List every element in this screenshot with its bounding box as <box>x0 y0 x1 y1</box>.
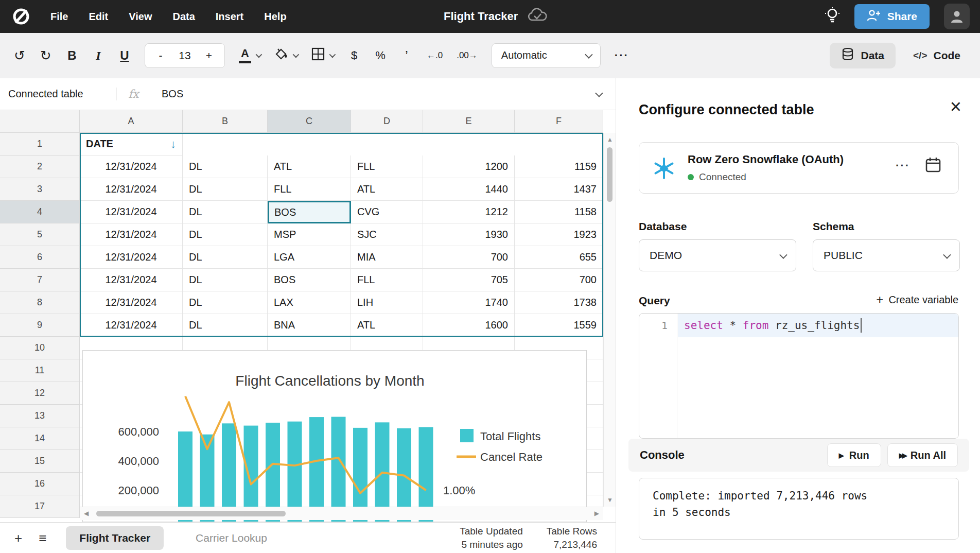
create-variable-button[interactable]: + Create variable <box>876 292 958 307</box>
row-header-9[interactable]: 9 <box>0 314 80 337</box>
sort-descending-icon[interactable]: ↓ <box>170 137 176 151</box>
row-header-6[interactable]: 6 <box>0 246 80 269</box>
menu-help[interactable]: Help <box>264 11 286 23</box>
font-size-value[interactable]: 13 <box>179 49 190 62</box>
cell-E5[interactable]: 1930 <box>423 223 515 246</box>
data-view-button[interactable]: Data <box>830 43 896 68</box>
vertical-scrollbar-thumb[interactable] <box>607 147 612 202</box>
sheet-list-button[interactable]: ≡ <box>39 531 46 545</box>
cell-A9[interactable]: 12/31/2024 <box>80 314 183 337</box>
cell-F4[interactable]: 1158 <box>515 201 603 223</box>
increase-decimal-button[interactable]: .00→ <box>457 51 478 60</box>
cell-C9[interactable]: BNA <box>268 314 351 337</box>
menu-data[interactable]: Data <box>172 11 195 23</box>
schema-dropdown[interactable]: PUBLIC <box>813 239 960 271</box>
cell-F2[interactable]: 1159 <box>515 155 603 178</box>
cell-C6[interactable]: LGA <box>268 246 351 269</box>
text-color-chevron-icon[interactable] <box>256 51 262 58</box>
menu-view[interactable]: View <box>129 11 152 23</box>
cell-B5[interactable]: DL <box>183 223 268 246</box>
cell-D3[interactable]: ATL <box>351 178 423 201</box>
cell-E4[interactable]: 1212 <box>423 201 515 223</box>
sheet-tab-flight-tracker[interactable]: Flight Tracker <box>66 526 164 550</box>
row-header-13[interactable]: 13 <box>0 405 80 427</box>
cell-A2[interactable]: 12/31/2024 <box>80 155 183 178</box>
row-header-7[interactable]: 7 <box>0 269 80 291</box>
cell-F8[interactable]: 1738 <box>515 291 603 314</box>
cell-F7[interactable]: 700 <box>515 269 603 291</box>
font-size-decrease-button[interactable]: - <box>154 50 167 61</box>
scroll-down-icon[interactable]: ▼ <box>604 496 616 504</box>
column-header-f[interactable]: F <box>515 110 603 133</box>
row-header-14[interactable]: 14 <box>0 427 80 450</box>
thousands-separator-button[interactable]: ’ <box>400 49 413 62</box>
row-header-12[interactable]: 12 <box>0 382 80 405</box>
menu-insert[interactable]: Insert <box>216 11 243 23</box>
scroll-up-icon[interactable]: ▲ <box>604 136 616 143</box>
number-format-dropdown[interactable]: Automatic <box>492 43 601 68</box>
undo-button[interactable]: ↺ <box>13 49 26 62</box>
sql-editor[interactable]: 1 select * from rz_us_flights <box>639 313 959 439</box>
table-header-date[interactable]: DATE↓ <box>80 133 183 155</box>
row-header-8[interactable]: 8 <box>0 291 80 314</box>
bold-button[interactable]: B <box>66 49 78 62</box>
cell-A8[interactable]: 12/31/2024 <box>80 291 183 314</box>
ideas-lightbulb-icon[interactable] <box>825 7 840 26</box>
cell-B8[interactable]: DL <box>183 291 268 314</box>
document-title[interactable]: Flight Tracker <box>444 10 518 23</box>
cell-A6[interactable]: 12/31/2024 <box>80 246 183 269</box>
column-header-a[interactable]: A <box>80 110 183 133</box>
row-header-11[interactable]: 11 <box>0 359 80 382</box>
underline-button[interactable]: U <box>118 49 131 62</box>
currency-format-button[interactable]: $ <box>348 50 360 61</box>
row-header-3[interactable]: 3 <box>0 178 80 201</box>
close-panel-icon[interactable]: × <box>950 97 961 116</box>
menu-file[interactable]: File <box>50 11 68 23</box>
horizontal-scrollbar[interactable]: ◀ ▶ <box>80 507 603 520</box>
cell-C7[interactable]: BOS <box>268 269 351 291</box>
cell-B2[interactable]: DL <box>183 155 268 178</box>
embedded-chart[interactable]: Flight Cancellations by Month600,000400,… <box>82 350 587 522</box>
cell-D9[interactable]: ATL <box>351 314 423 337</box>
borders-control[interactable] <box>311 47 334 64</box>
cell-D7[interactable]: FLL <box>351 269 423 291</box>
redo-button[interactable]: ↻ <box>40 49 52 62</box>
horizontal-scrollbar-thumb[interactable] <box>96 511 286 516</box>
share-button[interactable]: Share <box>854 4 930 29</box>
cell-F6[interactable]: 655 <box>515 246 603 269</box>
connection-options-icon[interactable]: ··· <box>896 159 910 172</box>
cell-A3[interactable]: 12/31/2024 <box>80 178 183 201</box>
row-header-2[interactable]: 2 <box>0 155 80 178</box>
cell-D2[interactable]: FLL <box>351 155 423 178</box>
add-sheet-button[interactable]: + <box>14 531 22 545</box>
cell-E8[interactable]: 1740 <box>423 291 515 314</box>
font-size-increase-button[interactable]: + <box>203 50 215 61</box>
cell-B3[interactable]: DL <box>183 178 268 201</box>
row-header-5[interactable]: 5 <box>0 223 80 246</box>
cell-C2[interactable]: ATL <box>268 155 351 178</box>
row-header-1[interactable]: 1 <box>0 133 80 155</box>
fill-color-chevron-icon[interactable] <box>293 51 300 58</box>
cell-D6[interactable]: MIA <box>351 246 423 269</box>
row-header-4[interactable]: 4 <box>0 201 80 223</box>
cell-A7[interactable]: 12/31/2024 <box>80 269 183 291</box>
scroll-right-icon[interactable]: ▶ <box>594 510 599 517</box>
cell-A5[interactable]: 12/31/2024 <box>80 223 183 246</box>
row-header-16[interactable]: 16 <box>0 473 80 495</box>
cell-E6[interactable]: 700 <box>423 246 515 269</box>
column-header-c[interactable]: C <box>268 110 351 133</box>
cell-C8[interactable]: LAX <box>268 291 351 314</box>
code-view-button[interactable]: </> Code <box>907 49 967 62</box>
cell-D4[interactable]: CVG <box>351 201 423 223</box>
row-header-10[interactable]: 10 <box>0 337 80 359</box>
cell-E9[interactable]: 1600 <box>423 314 515 337</box>
account-avatar[interactable] <box>944 4 970 29</box>
sheet-tab-carrier-lookup[interactable]: Carrier Lookup <box>182 526 281 550</box>
scroll-left-icon[interactable]: ◀ <box>84 510 89 517</box>
cell-F9[interactable]: 1559 <box>515 314 603 337</box>
run-button[interactable]: ▶ Run <box>827 443 881 467</box>
decrease-decimal-button[interactable]: ←.0 <box>427 51 443 60</box>
text-color-control[interactable]: A <box>239 48 260 63</box>
app-logo-icon[interactable] <box>11 7 31 26</box>
cell-D8[interactable]: LIH <box>351 291 423 314</box>
